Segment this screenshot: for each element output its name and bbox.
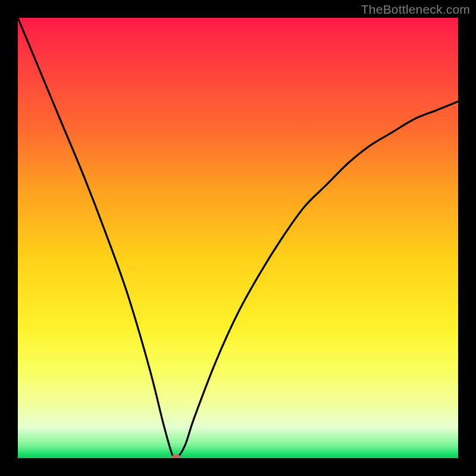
bottleneck-curve-path: [18, 18, 458, 458]
curve-svg: [18, 18, 458, 458]
minimum-marker: [171, 455, 181, 458]
chart-frame: TheBottleneck.com: [0, 0, 476, 476]
plot-area: [18, 18, 458, 458]
watermark-text: TheBottleneck.com: [361, 2, 470, 17]
